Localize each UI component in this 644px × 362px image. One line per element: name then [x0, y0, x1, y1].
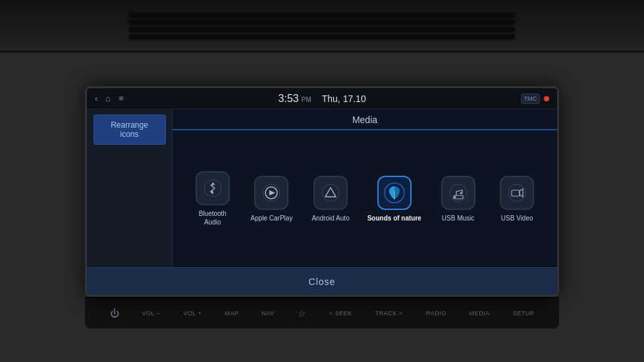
infotainment-screen: ‹ ⌂ ≡ 3:53 PM Thu, 17.10 TMC [85, 86, 559, 297]
hardware-buttons: ⏻ VOL – VOL + MAP NAV ☆ < SEEK TRACK > [85, 297, 559, 328]
map-label: MAP [225, 310, 238, 317]
vol-minus-button[interactable]: VOL – [142, 310, 161, 317]
setup-button[interactable]: SETUP [513, 310, 535, 317]
carplay-icon [262, 184, 281, 202]
favorite-button[interactable]: ☆ [298, 308, 306, 319]
date-display: Thu, 17.10 [322, 93, 366, 104]
media-item-nature[interactable]: Sounds of nature [363, 172, 425, 226]
android-icon-wrapper [313, 176, 348, 210]
time-display: 3:53 PM [279, 93, 311, 105]
left-sidebar: Rearrange icons [87, 109, 173, 267]
radio-label: RADIO [426, 310, 446, 317]
tmc-badge: TMC [521, 93, 541, 104]
signal-indicator [544, 96, 549, 101]
nav-label: NAV [261, 310, 274, 317]
vent-slats [129, 13, 516, 39]
vent-slat [129, 20, 516, 24]
media-label-btn: MEDIA [470, 310, 490, 317]
vent-slat [129, 13, 516, 16]
media-item-carplay[interactable]: Apple CarPlay [245, 172, 298, 226]
screen-area: ‹ ⌂ ≡ 3:53 PM Thu, 17.10 TMC [85, 66, 559, 328]
status-icons: TMC [521, 93, 550, 104]
track-forward-label: TRACK > [375, 310, 403, 317]
media-item-bluetooth[interactable]: BluetoothAudio [186, 167, 239, 230]
rearrange-icons-button[interactable]: Rearrange icons [94, 115, 166, 145]
nav-button[interactable]: NAV [261, 310, 274, 317]
power-icon: ⏻ [110, 308, 119, 319]
media-item-usbmusic[interactable]: USB Music [432, 172, 485, 226]
vent-slat [129, 34, 516, 38]
track-forward-button[interactable]: TRACK > [375, 310, 403, 317]
content-panel: Media BluetoothAudio [173, 109, 557, 267]
top-vent [0, 0, 644, 53]
map-button[interactable]: MAP [225, 310, 238, 317]
nature-leaf-icon [384, 182, 405, 203]
media-grid: BluetoothAudio Apple CarP [173, 130, 557, 267]
android-icon [321, 184, 340, 202]
media-button[interactable]: MEDIA [470, 310, 490, 317]
usbvideo-icon-wrapper [500, 176, 534, 210]
bluetooth-icon [203, 179, 222, 197]
vol-plus-button[interactable]: VOL + [183, 310, 201, 317]
svg-point-4 [322, 184, 339, 201]
usbmusic-icon-wrapper [441, 176, 475, 210]
svg-point-11 [460, 192, 462, 194]
star-icon: ☆ [298, 308, 306, 319]
carplay-icon-wrapper [254, 176, 288, 210]
media-item-usbvideo[interactable]: USB Video [491, 172, 543, 226]
time-ampm: PM [302, 96, 311, 103]
close-bar[interactable]: Close [87, 267, 557, 295]
seek-back-button[interactable]: < SEEK [329, 310, 352, 317]
usbmusic-icon [449, 184, 468, 202]
menu-icon[interactable]: ≡ [119, 93, 124, 103]
vol-plus-label: VOL + [183, 310, 201, 317]
nature-icon-wrapper [377, 176, 412, 210]
seek-back-label: < SEEK [329, 310, 352, 317]
android-label: Android Auto [311, 214, 349, 222]
svg-point-10 [454, 196, 456, 198]
panel-title: Media [173, 109, 557, 130]
radio-button[interactable]: RADIO [426, 310, 446, 317]
status-bar: ‹ ⌂ ≡ 3:53 PM Thu, 17.10 TMC [87, 88, 557, 109]
bluetooth-icon-wrapper [196, 171, 230, 205]
svg-point-0 [204, 180, 221, 197]
nature-label: Sounds of nature [367, 214, 421, 222]
usbmusic-label: USB Music [442, 214, 474, 222]
usbvideo-icon [508, 184, 526, 202]
back-icon[interactable]: ‹ [95, 93, 97, 103]
nav-icons: ‹ ⌂ ≡ [95, 93, 124, 103]
car-body: ‹ ⌂ ≡ 3:53 PM Thu, 17.10 TMC [0, 0, 644, 362]
carplay-label: Apple CarPlay [250, 214, 292, 222]
bluetooth-label: BluetoothAudio [199, 209, 227, 226]
main-content: Rearrange icons Media [87, 109, 557, 267]
setup-label: SETUP [513, 310, 535, 317]
vent-slat [129, 27, 516, 31]
power-button[interactable]: ⏻ [110, 308, 119, 319]
usbvideo-label: USB Video [501, 214, 533, 222]
close-label: Close [309, 276, 336, 287]
time-value: 3:53 [279, 93, 299, 105]
home-icon[interactable]: ⌂ [105, 93, 111, 103]
vol-minus-label: VOL – [142, 310, 161, 317]
media-item-android[interactable]: Android Auto [304, 172, 357, 226]
